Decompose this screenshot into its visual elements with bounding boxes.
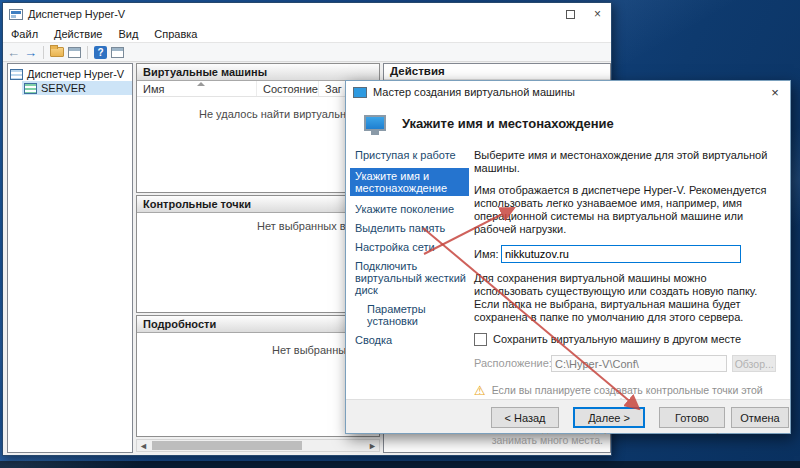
intro-text: Выберите имя и местонахождение для этой … (474, 149, 776, 175)
horizontal-scrollbar[interactable]: ◄ ► (136, 439, 380, 452)
wizard-page-title: Укажите имя и местонахождение (402, 116, 614, 131)
name-label: Имя: (474, 248, 501, 261)
step-networking[interactable]: Настройка сети (355, 241, 469, 253)
window-title: Диспетчер Hyper-V (28, 8, 557, 20)
scroll-right-icon[interactable]: ► (366, 440, 379, 451)
menu-bar: Файл Действие Вид Справка (3, 25, 611, 43)
step-generation[interactable]: Укажите поколение (355, 203, 469, 215)
wizard-monitor-icon (353, 87, 367, 98)
wizard-window-title: Мастер создания виртуальной машины (373, 86, 760, 98)
sort-ascending-icon (197, 82, 205, 86)
step-summary[interactable]: Сводка (355, 334, 469, 346)
folder-hint-text: Для сохранения виртуальной машины можно … (474, 272, 776, 324)
close-button[interactable]: × (584, 3, 611, 25)
tree-root-hyperv[interactable]: Диспетчер Hyper-V (8, 67, 132, 81)
scroll-left-icon[interactable]: ◄ (137, 440, 150, 451)
step-virtual-disk[interactable]: Подключить виртуальный жесткий диск (355, 260, 469, 296)
checkpoints-section: Контрольные точки Нет выбранных виртуаль… (136, 195, 380, 313)
new-vm-wizard-dialog: Мастер создания виртуальной машины × Ука… (345, 80, 791, 434)
menu-file[interactable]: Файл (3, 25, 46, 42)
server-node-icon (24, 83, 37, 94)
menu-action[interactable]: Действие (46, 25, 110, 42)
column-state[interactable]: Состояние (257, 81, 319, 96)
menu-help[interactable]: Справка (146, 25, 205, 42)
step-name-location[interactable]: Укажите имя и местонахождение (350, 168, 469, 196)
new-window-icon[interactable] (111, 47, 124, 58)
store-elsewhere-checkbox[interactable] (474, 333, 487, 346)
console-window-icon[interactable] (68, 47, 81, 58)
forward-arrow-icon[interactable]: → (24, 46, 37, 59)
help-icon[interactable]: ? (94, 46, 107, 59)
virtual-machines-section: Виртуальные машины Имя Состояние Заг Не … (136, 63, 380, 193)
hyperv-node-icon (10, 69, 23, 80)
menu-view[interactable]: Вид (110, 25, 146, 42)
details-section: Подробности Нет выбранных элем (136, 315, 380, 437)
location-label: Расположение: (474, 357, 546, 370)
hyperv-app-icon (9, 9, 23, 20)
vm-list-column-headers: Имя Состояние Заг (137, 81, 379, 97)
back-button[interactable]: < Назад (491, 407, 559, 428)
step-install-options[interactable]: Параметры установки (367, 303, 469, 327)
wizard-page-header: Укажите имя и местонахождение (346, 103, 790, 143)
scrollbar-thumb[interactable] (152, 441, 302, 450)
taskbar-edge (0, 461, 800, 468)
location-input (551, 355, 727, 372)
cancel-button[interactable]: Отмена (731, 407, 789, 428)
wizard-footer: < Назад Далее > Готово Отмена (346, 399, 790, 433)
wizard-steps-nav: Приступая к работе Укажите имя и местона… (355, 149, 469, 353)
checkpoints-header: Контрольные точки (137, 196, 379, 213)
finish-button[interactable]: Готово (659, 407, 725, 428)
name-hint-text: Имя отображается в диспетчере Hyper-V. Р… (474, 184, 776, 236)
console-tree-panel: Диспетчер Hyper-V SERVER (7, 63, 133, 453)
scrollbar-track[interactable] (150, 440, 366, 451)
toolbar-separator (43, 46, 44, 59)
folder-icon[interactable] (50, 47, 64, 57)
wizard-title-bar: Мастер создания виртуальной машины × (346, 81, 790, 103)
back-arrow-icon[interactable]: ← (7, 46, 20, 59)
toolbar-separator (87, 46, 88, 59)
tree-item-server[interactable]: SERVER (22, 81, 132, 95)
next-button[interactable]: Далее > (573, 407, 645, 428)
step-memory[interactable]: Выделить память (355, 222, 469, 234)
actions-header: Действия (384, 64, 610, 80)
wizard-close-icon[interactable]: × (760, 81, 790, 103)
center-panel: Виртуальные машины Имя Состояние Заг Не … (136, 63, 380, 453)
details-header: Подробности (137, 316, 379, 333)
page-monitor-icon (364, 115, 386, 131)
title-bar: Диспетчер Hyper-V × (3, 3, 611, 25)
store-elsewhere-label: Сохранить виртуальную машину в другом ме… (493, 333, 741, 346)
toolbar: ← → ? (3, 43, 611, 62)
browse-button: Обзор... (732, 355, 776, 372)
maximize-button[interactable] (557, 3, 584, 25)
vm-name-input[interactable] (501, 245, 741, 263)
virtual-machines-header: Виртуальные машины (137, 64, 379, 81)
step-getting-started[interactable]: Приступая к работе (355, 149, 469, 161)
